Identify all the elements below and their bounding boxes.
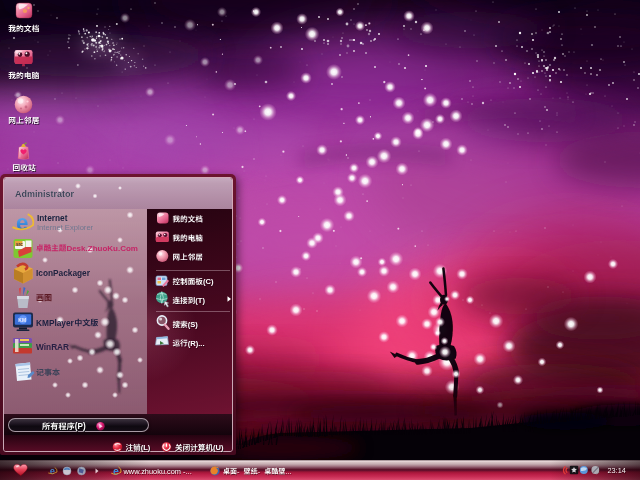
svg-text:Desk.ZhuoKu.Com: Desk.ZhuoKu.Com bbox=[66, 244, 138, 253]
svg-text:(T): (T) bbox=[195, 296, 205, 305]
svg-text:KMPlayer: KMPlayer bbox=[36, 318, 75, 328]
svg-text:KM: KM bbox=[18, 317, 26, 323]
svg-text:WinRAR: WinRAR bbox=[36, 342, 69, 352]
svg-text:Administrator: Administrator bbox=[15, 189, 75, 199]
svg-text:e: e bbox=[16, 210, 28, 235]
svg-text:Internet: Internet bbox=[37, 213, 68, 223]
svg-text:src: src bbox=[16, 242, 23, 247]
svg-text:(C): (C) bbox=[203, 277, 214, 286]
svg-text:e: e bbox=[113, 465, 119, 477]
svg-text:(P): (P) bbox=[75, 422, 86, 431]
svg-text:www.zhuoku.com -...: www.zhuoku.com -... bbox=[123, 467, 192, 476]
svg-text:(U): (U) bbox=[213, 443, 224, 452]
svg-text:e: e bbox=[50, 465, 55, 476]
svg-text:23:14: 23:14 bbox=[608, 466, 626, 475]
svg-text:(R)...: (R)... bbox=[188, 339, 205, 348]
svg-text:(L): (L) bbox=[141, 443, 151, 452]
svg-text:IconPackager: IconPackager bbox=[36, 268, 91, 278]
svg-text:...: ... bbox=[285, 467, 291, 476]
svg-text:(S): (S) bbox=[188, 320, 199, 329]
svg-text:Internet Explorer: Internet Explorer bbox=[37, 223, 94, 232]
